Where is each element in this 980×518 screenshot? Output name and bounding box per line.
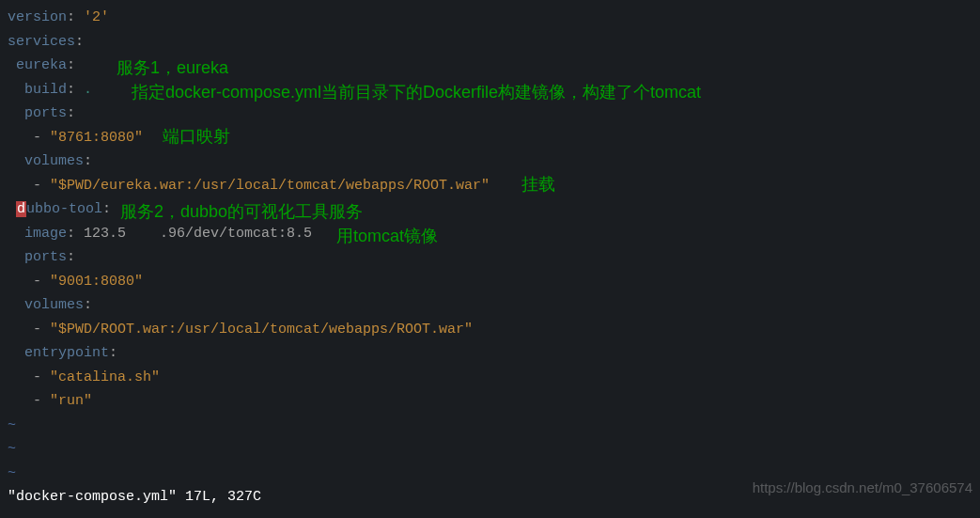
yaml-key: ubbo-tool (26, 201, 102, 217)
cursor-icon: d (16, 201, 26, 217)
yaml-key: volumes (24, 153, 84, 169)
yaml-key: version (8, 9, 67, 25)
colon: : (84, 297, 92, 313)
yaml-line-entrypoint: entrypoint: (8, 341, 980, 366)
colon: : (75, 34, 84, 50)
vim-tilde: ~ (8, 414, 980, 438)
yaml-line-version: version: '2' (8, 6, 980, 30)
yaml-line-image: image: 123.5 .96/dev/tomcat:8.5 用tomcat镜… (8, 222, 980, 246)
annotation-mount: 挂载 (521, 170, 555, 199)
yaml-line-services: services: (8, 30, 980, 55)
colon: : (84, 153, 92, 169)
colon: : (67, 105, 75, 121)
yaml-value: 123.5 .96/dev/tomcat:8.5 (84, 226, 312, 242)
yaml-key: image (24, 226, 67, 242)
yaml-line-dubbo: dubbo-tool: 服务2，dubbo的可视化工具服务 (8, 197, 980, 222)
dash: - (33, 369, 41, 385)
yaml-line-ports1: ports: (8, 102, 980, 126)
yaml-line-ports2: ports: (8, 245, 980, 270)
colon: : (67, 82, 84, 98)
yaml-line-port-mapping2: - "9001:8080" (8, 270, 980, 294)
dash: - (33, 274, 41, 290)
yaml-value: "8761:8080" (50, 130, 143, 146)
yaml-value: "9001:8080" (50, 274, 143, 290)
yaml-value: "$PWD/eureka.war:/usr/local/tomcat/webap… (50, 178, 490, 194)
colon: : (67, 249, 75, 265)
yaml-line-entry1: - "catalina.sh" (8, 366, 980, 390)
dash: - (33, 322, 41, 337)
yaml-line-entry2: - "run" (8, 389, 980, 414)
dash: - (33, 393, 41, 409)
annotation-ports: 端口映射 (163, 122, 230, 151)
yaml-line-build: build: . 指定docker-compose.yml当前目录下的Docke… (8, 78, 980, 102)
colon: : (67, 9, 84, 25)
colon: : (67, 226, 84, 242)
watermark: https://blog.csdn.net/m0_37606574 (753, 476, 972, 500)
yaml-line-volumes2: volumes: (8, 293, 980, 318)
yaml-value: . (84, 82, 92, 98)
yaml-line-volume-mapping1: - "$PWD/eureka.war:/usr/local/tomcat/web… (8, 174, 980, 198)
yaml-key: services (8, 34, 75, 50)
yaml-key: entrypoint (24, 345, 109, 361)
colon: : (67, 57, 75, 73)
yaml-value: "run" (50, 393, 92, 409)
yaml-value: "$PWD/ROOT.war:/usr/local/tomcat/webapps… (50, 322, 473, 337)
yaml-key: ports (24, 105, 67, 121)
yaml-value: "catalina.sh" (50, 369, 160, 385)
yaml-key: eureka (16, 57, 67, 73)
yaml-key: build (24, 82, 67, 98)
yaml-key: ports (24, 249, 67, 265)
vim-tilde: ~ (8, 437, 980, 462)
yaml-line-volume-mapping2: - "$PWD/ROOT.war:/usr/local/tomcat/webap… (8, 318, 980, 342)
yaml-line-eureka: eureka: 服务1，eureka (8, 54, 980, 78)
yaml-line-port-mapping1: - "8761:8080" 端口映射 (8, 126, 980, 150)
dash: - (33, 130, 41, 146)
colon: : (109, 345, 117, 361)
yaml-value: '2' (84, 9, 109, 25)
dash: - (33, 178, 41, 194)
colon: : (102, 201, 111, 217)
yaml-line-volumes1: volumes: (8, 149, 980, 174)
yaml-key: volumes (24, 297, 84, 313)
